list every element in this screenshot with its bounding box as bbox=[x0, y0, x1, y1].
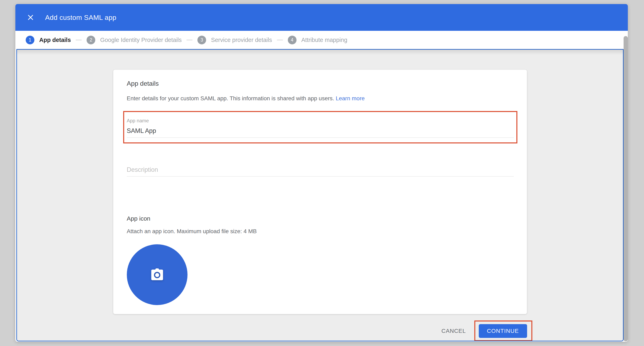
stepper: 1 App details 2 Google Identity Provider… bbox=[15, 31, 624, 49]
step-label: Attribute mapping bbox=[301, 37, 347, 43]
dialog-header: Add custom SAML app bbox=[15, 4, 628, 31]
description-field bbox=[127, 166, 514, 177]
app-details-card: App details Enter details for your custo… bbox=[113, 70, 527, 314]
step-number: 3 bbox=[198, 36, 206, 44]
app-name-input[interactable] bbox=[127, 127, 514, 138]
app-name-field: App name bbox=[127, 111, 514, 143]
learn-more-link[interactable]: Learn more bbox=[336, 95, 365, 101]
screen: { "header": { "title": "Add custom SAML … bbox=[0, 0, 644, 346]
card-description: Enter details for your custom SAML app. … bbox=[127, 95, 514, 102]
step-label: App details bbox=[39, 37, 71, 43]
step-connector bbox=[76, 40, 82, 40]
step-attribute-mapping[interactable]: 4 Attribute mapping bbox=[288, 36, 347, 44]
step-label: Service provider details bbox=[211, 37, 272, 43]
step-google-idp-details[interactable]: 2 Google Identity Provider details bbox=[86, 36, 182, 44]
cancel-button[interactable]: CANCEL bbox=[439, 324, 468, 338]
card-description-text: Enter details for your custom SAML app. … bbox=[127, 95, 334, 101]
close-icon[interactable] bbox=[25, 12, 36, 23]
app-icon-upload-button[interactable] bbox=[127, 244, 188, 305]
actions-bar: CANCEL CONTINUE bbox=[113, 324, 527, 338]
app-icon-title: App icon bbox=[127, 215, 514, 222]
step-connector bbox=[277, 40, 283, 40]
step-app-details[interactable]: 1 App details bbox=[26, 36, 71, 44]
add-custom-saml-app-dialog: Add custom SAML app 1 App details 2 Goog… bbox=[15, 4, 628, 342]
continue-button[interactable]: CONTINUE bbox=[479, 324, 527, 338]
step-label: Google Identity Provider details bbox=[100, 37, 182, 43]
dialog-title: Add custom SAML app bbox=[45, 14, 116, 22]
card-title: App details bbox=[127, 80, 514, 87]
step-number: 2 bbox=[86, 36, 95, 44]
camera-icon bbox=[149, 266, 166, 283]
scrollbar[interactable] bbox=[624, 31, 628, 342]
content-area: App details Enter details for your custo… bbox=[16, 49, 624, 341]
step-number: 1 bbox=[26, 36, 34, 44]
step-number: 4 bbox=[288, 36, 296, 44]
app-icon-caption: Attach an app icon. Maximum upload file … bbox=[127, 228, 514, 235]
scrollbar-thumb[interactable] bbox=[624, 36, 628, 341]
step-service-provider-details[interactable]: 3 Service provider details bbox=[198, 36, 272, 44]
step-connector bbox=[186, 40, 192, 40]
app-name-label: App name bbox=[127, 118, 514, 123]
description-input[interactable] bbox=[127, 166, 514, 177]
